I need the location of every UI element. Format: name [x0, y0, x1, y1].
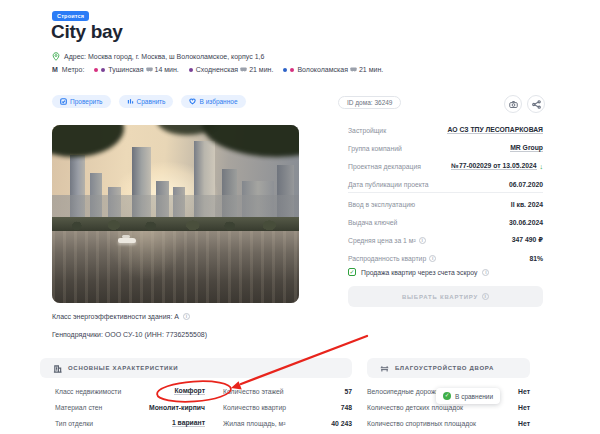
details-panel-top: Застройщик АО СЗ ТПУ ЛЕСОПАРКОВАЯ Группа… [348, 121, 543, 193]
char-label: Материал стен [55, 404, 102, 411]
yard-title: БЛАГОУСТРОЙСТВО ДВОРА [395, 365, 494, 371]
detail-row-developer: Застройщик АО СЗ ТПУ ЛЕСОПАРКОВАЯ [348, 121, 543, 139]
metro-station[interactable]: Волоколамская 21 мин. [283, 66, 383, 73]
comparison-toast: ✓ В сравнении [436, 388, 500, 404]
metro-station-name[interactable]: Волоколамская [297, 66, 348, 73]
char-value-finish-type[interactable]: 1 вариант [172, 419, 205, 427]
characteristics-row: Тип отделки 1 вариант Жилая площадь, м² … [40, 415, 352, 431]
hero-photo[interactable] [52, 125, 299, 303]
panel-divider [348, 192, 543, 193]
metro-station[interactable]: Сходненская 21 мин. [189, 66, 274, 73]
detail-label: Дата публикации проекта [348, 181, 429, 188]
char-value: 57 [344, 388, 352, 395]
select-apartment-button[interactable]: ВЫБРАТЬ КВАРТИРУ i [348, 286, 543, 307]
detail-label: Средняя цена за 1 м² [348, 237, 416, 244]
share-button[interactable] [527, 95, 545, 113]
toast-label: В сравнении [455, 393, 493, 400]
detail-row-sold-percent: Распроданность квартир i 81% [348, 249, 543, 267]
metro-line-dot [283, 68, 287, 72]
yard-label: Количество спортивных площадок [367, 420, 476, 427]
metro-station-name[interactable]: Тушинская [108, 66, 143, 73]
listing-page: Строится City bay Адрес: Москва город, г… [0, 0, 600, 434]
compare-icon [127, 98, 134, 105]
yard-value: Нет [518, 404, 530, 411]
detail-value: 06.07.2020 [509, 181, 543, 188]
info-icon[interactable]: i [419, 237, 426, 244]
characteristics-title: ОСНОВНЫЕ ХАРАКТЕРИСТИКИ [68, 365, 178, 371]
metro-walk-time: 14 мин. [155, 66, 179, 73]
metro-walk-time: 21 мин. [249, 66, 273, 73]
location-pin-icon [52, 52, 60, 61]
detail-row-declaration: Проектная декларация №77-002029 от 13.05… [348, 157, 543, 175]
verify-label: Проверить [70, 98, 103, 105]
char-label: Класс недвижимости [55, 388, 121, 395]
detail-label: Проектная декларация [348, 163, 421, 170]
status-badge: Строится [52, 11, 89, 21]
detail-value: 30.06.2024 [509, 219, 543, 226]
escrow-row: ✓ Продажа квартир через счета эскроу i [348, 268, 489, 276]
detail-row-commissioning: Ввод в эксплуатацию II кв. 2024 [348, 195, 543, 213]
characteristics-header: ОСНОВНЫЕ ХАРАКТЕРИСТИКИ [40, 358, 352, 378]
address-text: Адрес: Москва город, г. Москва, ш Волоко… [64, 53, 264, 60]
energy-class-text: Класс энергоэффективности здания: А [52, 313, 179, 320]
compare-label: Сравнить [137, 98, 166, 105]
favorite-label: В избранное [199, 98, 237, 105]
detail-label: Распроданность квартир [348, 255, 426, 262]
yard-label: Количество детских площадок [367, 404, 463, 411]
page-title: City bay [51, 21, 123, 43]
verify-button[interactable]: Проверить [52, 95, 111, 108]
camera-button[interactable] [504, 95, 522, 113]
yard-row: Количество спортивных площадок Нет [367, 415, 530, 431]
detail-label: Выдача ключей [348, 219, 397, 226]
info-icon[interactable]: i [482, 269, 489, 276]
detail-value: II кв. 2024 [511, 201, 543, 208]
contractor-text: Генподрядчики: ООО СУ-10 (ИНН: 773625550… [52, 331, 207, 338]
detail-value: 81% [529, 255, 543, 262]
info-icon: i [482, 293, 489, 300]
download-icon[interactable]: ↓ [540, 163, 544, 170]
metro-line-dot [94, 68, 98, 72]
address-row: Адрес: Москва город, г. Москва, ш Волоко… [52, 52, 264, 61]
developer-link[interactable]: АО СЗ ТПУ ЛЕСОПАРКОВАЯ [447, 126, 543, 134]
detail-label: Ввод в эксплуатацию [348, 201, 415, 208]
select-apartment-label: ВЫБРАТЬ КВАРТИРУ [402, 294, 478, 300]
metro-icon: М [52, 66, 58, 73]
char-label: Тип отделки [55, 420, 93, 427]
char-value-property-class[interactable]: Комфорт [174, 387, 205, 395]
photo-reflections [52, 231, 299, 303]
characteristics-row: Класс недвижимости Комфорт Количество эт… [40, 383, 352, 399]
declaration-link[interactable]: №77-002029 от 13.05.2024 [451, 162, 536, 170]
details-panel-bottom: Ввод в эксплуатацию II кв. 2024 Выдача к… [348, 195, 543, 267]
char-label: Жилая площадь, м² [223, 420, 285, 427]
metro-station-name[interactable]: Сходненская [196, 66, 238, 73]
detail-row-keys: Выдача ключей 30.06.2024 [348, 213, 543, 231]
yard-value: Нет [518, 388, 530, 395]
info-icon[interactable]: i [429, 255, 436, 262]
detail-row-avg-price: Средняя цена за 1 м² i 347 490 ₽ [348, 231, 543, 249]
check-doc-icon [60, 98, 67, 105]
yard-label: Велосипедные дорожки [367, 388, 442, 395]
char-value: Монолит-кирпич [149, 404, 205, 411]
company-group-link[interactable]: MR Group [510, 144, 543, 152]
energy-class-line: Класс энергоэффективности здания: А i [52, 313, 190, 320]
detail-value: 347 490 ₽ [512, 236, 543, 244]
transport-icon [146, 67, 153, 72]
char-label: Количество этажей [223, 388, 284, 395]
action-buttons: Проверить Сравнить В избранное [52, 95, 246, 108]
metro-label: Метро: [62, 66, 85, 73]
favorite-button[interactable]: В избранное [181, 95, 245, 108]
characteristics-row: Материал стен Монолит-кирпич Количество … [40, 399, 352, 415]
camera-icon [509, 100, 518, 109]
metro-walk-time: 21 мин. [359, 66, 383, 73]
detail-label: Группа компаний [348, 145, 402, 152]
bench-icon [380, 364, 389, 373]
heart-icon [189, 98, 196, 105]
info-icon[interactable]: i [183, 313, 190, 320]
metro-station[interactable]: Тушинская 14 мин. [94, 66, 178, 73]
compare-button[interactable]: Сравнить [119, 95, 174, 108]
characteristics-section: ОСНОВНЫЕ ХАРАКТЕРИСТИКИ Класс недвижимос… [40, 358, 352, 431]
transport-icon [350, 67, 357, 72]
detail-row-publish-date: Дата публикации проекта 06.07.2020 [348, 175, 543, 193]
contractor-line: Генподрядчики: ООО СУ-10 (ИНН: 773625550… [52, 331, 207, 338]
toast-check-icon: ✓ [443, 392, 451, 400]
